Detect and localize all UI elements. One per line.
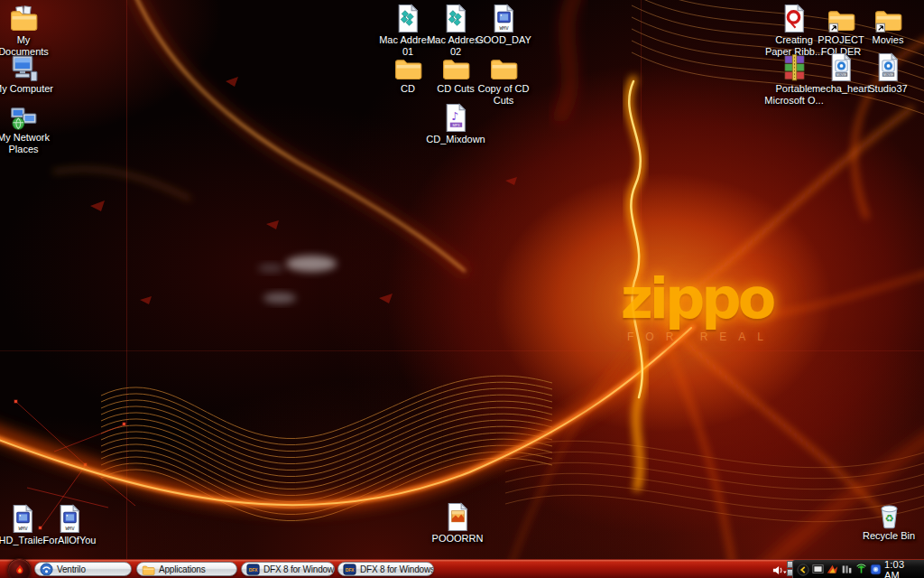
tray-icons (812, 564, 882, 575)
wireless-tray-icon[interactable] (855, 564, 867, 575)
graphics-tray-icon[interactable] (827, 564, 838, 575)
desktop-icon-studio37[interactable]: MOVIEStudio37 (857, 52, 919, 95)
desktop-icon-pooorrn[interactable]: POOORRN (427, 502, 488, 545)
icon-label: CD_Mixdown (425, 134, 486, 145)
image-file-icon (443, 502, 473, 532)
taskbar-button-applications[interactable]: Applications (136, 562, 237, 576)
svg-text:MOVIE: MOVIE (882, 73, 893, 77)
monitor-tray-icon[interactable] (812, 564, 824, 575)
icon-label: Movies (857, 34, 919, 46)
ventrilo-icon (40, 563, 53, 576)
folder-icon (489, 52, 519, 82)
equalizer-tray-icon[interactable] (841, 564, 853, 575)
svg-text:MP3: MP3 (452, 123, 459, 127)
taskbar-button-dfx-1[interactable]: DFXDFX 8 for Windows Me... (241, 562, 335, 576)
desktop-icon-cd-mixdown[interactable]: ♪MP3CD_Mixdown (425, 103, 486, 145)
start-button[interactable] (7, 558, 32, 578)
movie-file-icon: MOVIE (827, 52, 856, 82)
movie-file-icon: MOVIE (873, 52, 903, 82)
folder-documents-icon (9, 4, 39, 33)
wmv-file-icon: WMV (55, 504, 85, 534)
dfx-icon: DFX (343, 563, 356, 576)
taskbar-button-label: DFX 8 for Windows Me... (263, 564, 335, 574)
desktop-icon-movies[interactable]: Movies (857, 4, 919, 46)
taskbar-button-label: DFX 8 for Windows Me... (360, 564, 434, 574)
icon-label: POOORRN (427, 533, 488, 545)
taskbar-button-label: Ventrilo (57, 564, 86, 574)
messenger-tray-icon[interactable] (870, 564, 882, 575)
svg-text:WMV: WMV (65, 526, 75, 531)
desktop[interactable]: zippo FOR REAL My DocumentsMy ComputerMy… (0, 0, 924, 578)
icon-label: My Network Places (0, 132, 54, 154)
volume-icon[interactable] (772, 564, 787, 575)
svg-text:MOVIE: MOVIE (836, 73, 846, 77)
gems-file-icon (441, 4, 471, 33)
desktop-icon-recycle-bin[interactable]: ♻Recycle Bin (858, 499, 919, 542)
taskbar-button-label: Applications (159, 564, 206, 574)
wmv-file-icon: WMV (8, 504, 38, 534)
network-icon (9, 101, 39, 131)
taskbar-button-ventrilo[interactable]: Ventrilo (34, 562, 132, 576)
folder-icon (441, 52, 471, 82)
icon-label: My Computer (0, 83, 54, 95)
svg-text:♻: ♻ (884, 512, 893, 525)
taskbar-clock[interactable]: 1:03 AM (884, 559, 919, 578)
taskbar-button-dfx-2[interactable]: DFXDFX 8 for Windows Me... (337, 562, 434, 576)
icon-label: ForAllOfYou (39, 535, 100, 546)
flame-start-icon (14, 564, 26, 577)
recycle-bin-icon: ♻ (874, 499, 904, 529)
system-tray: 1:03 AM (792, 560, 924, 578)
svg-text:DFX: DFX (249, 567, 258, 573)
svg-text:DFX: DFX (346, 567, 355, 573)
desktop-icon-good-day[interactable]: WMVGOOD_DAY (473, 4, 534, 46)
hide-tray-icons-button[interactable] (797, 564, 809, 576)
desktop-icon-copy-of-cd-cuts[interactable]: Copy of CD Cuts (473, 52, 534, 106)
desktop-icon-my-computer[interactable]: My Computer (0, 52, 54, 95)
svg-text:♪: ♪ (451, 110, 458, 123)
doc-red-icon (780, 4, 809, 33)
desktop-icon-my-documents[interactable]: My Documents (0, 4, 54, 57)
icon-label: Studio37 (857, 83, 919, 95)
desktop-icon-forallofyou[interactable]: WMVForAllOfYou (39, 504, 100, 546)
svg-text:WMV: WMV (499, 25, 509, 31)
svg-text:WMV: WMV (18, 526, 28, 531)
folder-icon (393, 52, 423, 82)
wmv-file-icon: WMV (489, 4, 519, 33)
folder-shortcut-icon (873, 4, 903, 33)
dfx-icon: DFX (246, 563, 260, 576)
icon-label: Recycle Bin (858, 530, 919, 542)
folder-shortcut-icon (827, 4, 856, 33)
white-smudges (258, 256, 337, 303)
folder-icon (142, 563, 155, 576)
gems-file-icon (393, 4, 423, 33)
icon-label: GOOD_DAY (473, 34, 534, 46)
mp3-file-icon: ♪MP3 (441, 103, 471, 133)
computer-icon (9, 52, 39, 82)
taskbar: VentriloApplicationsDFXDFX 8 for Windows… (0, 559, 924, 578)
winrar-icon (780, 52, 809, 82)
desktop-icon-my-network-places[interactable]: My Network Places (0, 101, 54, 154)
